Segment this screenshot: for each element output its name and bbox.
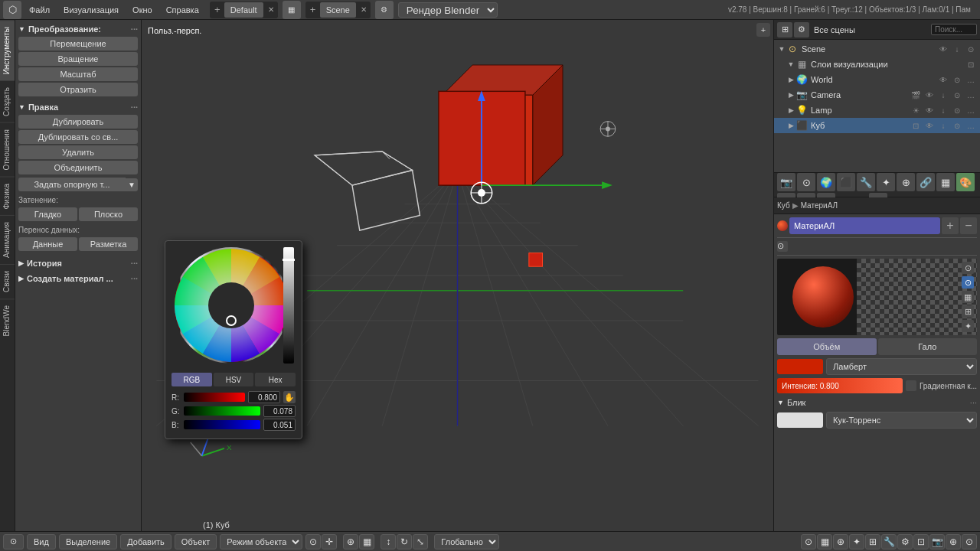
bottom-icon-r4[interactable]: ✦ — [849, 534, 864, 549]
world-render[interactable]: ⊙ — [951, 73, 963, 86]
outliner-icon-1[interactable]: ⊞ — [777, 22, 792, 37]
lamp-expander[interactable]: ▶ — [786, 106, 795, 115]
g-value[interactable] — [263, 405, 296, 417]
color-wheel-container[interactable] — [173, 247, 294, 368]
scale-widget[interactable]: ⤡ — [413, 534, 428, 549]
breadcrumb-item-2[interactable]: МатериАЛ — [801, 201, 838, 210]
camera-render[interactable]: ⊙ — [951, 89, 963, 101]
scale-button[interactable]: Масштаб — [18, 67, 138, 81]
lamp-vis[interactable]: 👁 — [923, 104, 936, 116]
props-world-icon[interactable]: 🌍 — [817, 173, 835, 191]
scene-render-icon[interactable]: ⊙ — [965, 43, 977, 55]
camera-extra[interactable]: … — [965, 89, 977, 101]
outliner-row-lamp[interactable]: ▶ 💡 Lamp ☀ 👁 ↓ ⊙ … — [774, 103, 980, 118]
outliner-row-world[interactable]: ▶ 🌍 World 👁 ⊙ … — [774, 72, 980, 87]
bottom-icon-r5[interactable]: ⊞ — [865, 534, 880, 549]
origin-button[interactable]: Задать опорную т... — [18, 178, 126, 191]
mode-select[interactable]: Режим объекта — [220, 534, 302, 549]
blender-icon[interactable]: ⬡ — [3, 1, 21, 19]
global-select[interactable]: Глобально — [434, 534, 499, 549]
rotate-widget[interactable]: ↻ — [397, 534, 412, 549]
camera-vis[interactable]: 👁 — [923, 89, 936, 101]
cube-sel[interactable]: ↓ — [937, 119, 949, 132]
menu-render[interactable]: Визуализация — [57, 4, 125, 16]
props-particles-icon[interactable]: ✦ — [877, 173, 895, 191]
layers-icon-btn[interactable]: ⊡ — [965, 58, 977, 70]
color-mode-hex[interactable]: Hex — [255, 373, 296, 386]
props-scene-icon[interactable]: ⊙ — [797, 173, 815, 191]
bottom-icon-btn-main[interactable]: ⊙ — [3, 534, 24, 549]
r-bar[interactable] — [184, 393, 245, 402]
cube-extra[interactable]: … — [965, 119, 977, 132]
data-button[interactable]: Данные — [18, 237, 77, 251]
snap-type-btn[interactable]: ▦ — [359, 534, 374, 549]
camera-expander[interactable]: ▶ — [786, 90, 795, 99]
menu-file[interactable]: Файл — [23, 4, 56, 16]
menu-window[interactable]: Окно — [126, 4, 158, 16]
mat-side-icon-3[interactable]: ▦ — [962, 291, 974, 303]
color-mode-rgb[interactable]: RGB — [172, 373, 212, 386]
vtab-tools[interactable]: Инструменты — [0, 20, 15, 80]
vtab-links[interactable]: Связи — [0, 264, 15, 298]
menu-help[interactable]: Справка — [160, 4, 205, 16]
props-material-icon[interactable]: 🎨 — [956, 173, 975, 191]
cube-vis[interactable]: 👁 — [923, 119, 936, 132]
props-modifier-icon[interactable]: 🔧 — [857, 173, 875, 191]
bottom-icon-r8[interactable]: ⊡ — [913, 534, 929, 549]
object-btn[interactable]: Объект — [175, 534, 217, 549]
manipulator-btn[interactable]: ✛ — [322, 534, 337, 549]
outliner-search[interactable] — [931, 24, 977, 35]
rotate-button[interactable]: Вращение — [18, 52, 138, 66]
b-value[interactable] — [263, 419, 296, 431]
history-header[interactable]: ▶ История ··· — [18, 257, 138, 269]
color-mode-hsv[interactable]: HSV — [214, 373, 254, 386]
viewport-corner-btn[interactable]: + — [756, 23, 770, 37]
bottom-icon-r3[interactable]: ⊕ — [833, 534, 848, 549]
props-render-icon[interactable]: 📷 — [777, 173, 795, 191]
mat-side-icon-2[interactable]: ⊙ — [962, 276, 974, 289]
mirror-button[interactable]: Отразить — [18, 83, 138, 96]
bottom-icon-r11[interactable]: ⊙ — [962, 534, 977, 549]
camera-sel[interactable]: ↓ — [937, 89, 949, 101]
join-button[interactable]: Объединить — [18, 161, 138, 174]
bottom-icon-r9[interactable]: 📷 — [929, 534, 945, 549]
blick-header[interactable]: ▼ Блик ··· — [777, 396, 977, 409]
mat-side-icon-6[interactable]: ⊕ — [962, 334, 974, 335]
viewport[interactable]: Польз.-персп. + — [142, 20, 773, 531]
mat-tab-halo[interactable]: Гало — [878, 338, 978, 355]
transform-header[interactable]: ▼ Преобразование: ··· — [18, 23, 138, 35]
mat-color-swatch[interactable] — [777, 359, 823, 374]
mat-tab-volume[interactable]: Объём — [777, 338, 877, 355]
mat-side-icon-5[interactable]: ✦ — [962, 320, 974, 332]
world-expander[interactable]: ▶ — [786, 75, 795, 84]
props-constraints-icon[interactable]: 🔗 — [916, 173, 935, 191]
bottom-icon-r10[interactable]: ⊕ — [946, 534, 961, 549]
world-vis[interactable]: 👁 — [937, 73, 949, 86]
blick-shader-select[interactable]: Кук-Торренс — [826, 412, 977, 429]
mat-side-icon-4[interactable]: ⊞ — [962, 305, 974, 318]
layout-tab-default[interactable]: Default — [224, 2, 263, 18]
scene-expander[interactable]: ▼ — [777, 44, 786, 54]
mat-type-icon[interactable]: ⊙ — [777, 241, 788, 252]
color-wheel[interactable] — [173, 247, 289, 364]
outliner-row-camera[interactable]: ▶ 📷 Camera 🎬 👁 ↓ ⊙ … — [774, 87, 980, 103]
outliner-row-layers[interactable]: ▼ ▦ Слои визуализации ⊡ — [774, 57, 980, 72]
camera-icon2[interactable]: 🎬 — [910, 89, 922, 101]
pivot-btn[interactable]: ⊙ — [305, 534, 321, 549]
engine-select[interactable]: Рендер Blender — [398, 2, 498, 18]
outliner-icon-2[interactable]: ⚙ — [794, 22, 809, 37]
bottom-icon-r2[interactable]: ▦ — [817, 534, 832, 549]
scene-tab[interactable]: Scene — [320, 2, 356, 18]
vtab-create[interactable]: Создать — [0, 80, 15, 122]
smooth-button[interactable]: Гладко — [18, 207, 77, 221]
props-physics-icon[interactable]: ⊕ — [897, 173, 915, 191]
mat-name-field[interactable] — [789, 217, 940, 234]
delete-button[interactable]: Удалить — [18, 145, 138, 159]
eyedrop-btn[interactable]: ✋ — [283, 391, 296, 403]
vtab-physics[interactable]: Физика — [0, 177, 15, 216]
lamp-sel[interactable]: ↓ — [937, 104, 949, 116]
scene-vis-icon[interactable]: 👁 — [937, 43, 949, 55]
b-bar[interactable] — [184, 420, 260, 429]
scene-sel-icon[interactable]: ↓ — [951, 43, 963, 55]
g-bar[interactable] — [184, 406, 260, 416]
